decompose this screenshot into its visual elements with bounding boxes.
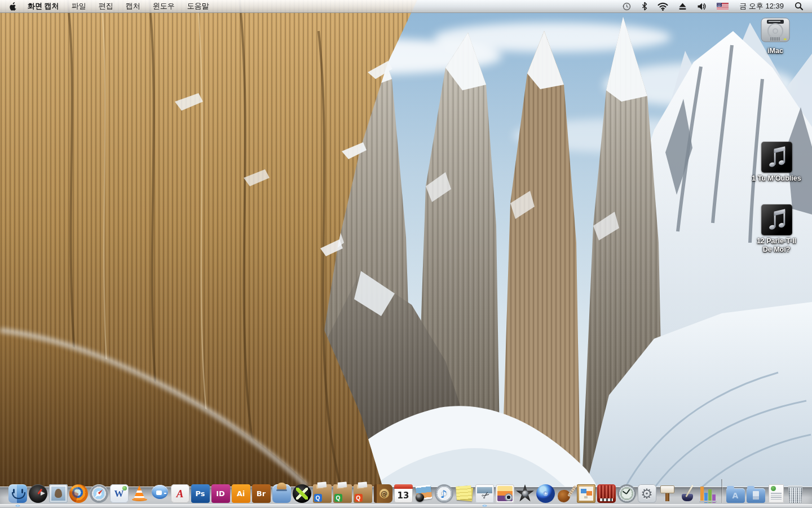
imac-label: iMac [767, 47, 783, 55]
running-indicator [482, 505, 487, 507]
dock-quarkxpress-icon[interactable] [293, 484, 311, 503]
audio-file-label: 1 Tu M'Oublies [752, 174, 801, 183]
dock-separator [721, 479, 722, 503]
wifi-icon[interactable] [654, 0, 672, 12]
dock-trash-icon[interactable] [787, 485, 804, 503]
note-glyph: ♪ [435, 484, 453, 503]
dock-acrobat-icon[interactable]: A [171, 484, 189, 503]
dock-mail-icon[interactable] [49, 484, 68, 503]
dock-bridge-icon[interactable]: Br [252, 484, 271, 503]
q-badge: Q [314, 494, 322, 502]
volume-icon[interactable] [693, 0, 710, 12]
dock: W A Ps ID Ai Br Q Q Q @ 13 ♪ ✂ [0, 480, 812, 508]
acrobat-glyph: A [171, 484, 189, 503]
dock-vlc-icon[interactable] [130, 484, 149, 503]
input-source-flag-us[interactable] [713, 0, 732, 12]
spotlight-icon[interactable] [791, 0, 807, 12]
menu-edit[interactable]: 편집 [92, 0, 120, 12]
dock-safari-icon[interactable] [90, 484, 108, 503]
menu-file[interactable]: 파일 [65, 0, 92, 12]
running-indicator [15, 505, 20, 507]
dock-grab-icon[interactable]: ✂ [475, 484, 494, 503]
dock-quark-box-red-icon[interactable]: Q [354, 484, 372, 503]
apple-menu[interactable] [5, 0, 21, 12]
dock-ichat-icon[interactable] [151, 484, 169, 503]
w-glyph: W [110, 484, 129, 503]
illustrator-glyph: Ai [232, 484, 250, 503]
q-badge: Q [355, 494, 363, 502]
audio-file-icon [761, 204, 792, 235]
audio-file-icon [761, 142, 792, 173]
gear-glyph: ⚙ [638, 484, 656, 503]
scissors-glyph: ✂ [471, 481, 497, 507]
dock-idvd-icon[interactable] [536, 484, 555, 503]
audio-file-label: 12 Parle-T-Il De Moi? [757, 237, 796, 254]
dock-firefox-icon[interactable] [69, 484, 88, 503]
desktop-icon-audio-1[interactable]: 1 Tu M'Oublies [744, 142, 809, 183]
bridge-glyph: Br [252, 484, 271, 503]
dock-iphoto-icon[interactable] [496, 484, 514, 503]
photoshop-glyph: Ps [191, 484, 210, 503]
dock-ical-icon[interactable]: 13 [394, 484, 413, 503]
app-menu-grab[interactable]: 화면 캡처 [21, 0, 65, 12]
dock-applications-folder-icon[interactable]: A [726, 488, 745, 503]
dock-address-book-icon[interactable]: @ [374, 484, 392, 503]
dock-dashboard-icon[interactable] [29, 484, 47, 503]
dock-w-app-icon[interactable]: W [110, 484, 129, 503]
eject-icon[interactable] [674, 0, 691, 12]
menu-clock[interactable]: 금 오후 12:39 [735, 1, 788, 11]
dock-imovie-icon[interactable] [516, 484, 535, 503]
applications-glyph: A [726, 488, 745, 503]
dock-aperture-icon[interactable] [414, 484, 433, 503]
dock-photoshop-icon[interactable]: Ps [191, 484, 210, 503]
dock-numbers-icon[interactable] [699, 484, 717, 503]
dock-illustrator-icon[interactable]: Ai [232, 484, 250, 503]
menu-capture[interactable]: 캡처 [120, 0, 147, 12]
dock-garageband-icon[interactable] [557, 484, 575, 503]
q-badge: Q [334, 494, 342, 502]
time-machine-menu-icon[interactable] [618, 0, 636, 12]
dock-iweb-icon[interactable] [577, 484, 595, 503]
menu-bar: 화면 캡처 파일 편집 캡처 윈도우 도움말 [0, 0, 812, 13]
dock-toast-icon[interactable] [272, 484, 291, 503]
dock-quark-box-green-icon[interactable]: Q [333, 484, 352, 503]
dock-shelf-front [0, 504, 812, 508]
dock-stickies-icon[interactable] [455, 484, 474, 503]
dock-photo-booth-icon[interactable] [597, 484, 616, 503]
dock-quark-box-blue-icon[interactable]: Q [313, 484, 332, 503]
desktop-icon-imac[interactable]: iMac [743, 17, 808, 55]
dock-document-icon[interactable] [769, 484, 784, 503]
hard-drive-icon [759, 17, 792, 45]
music-note-icon [761, 204, 792, 235]
dock-items: W A Ps ID Ai Br Q Q Q @ 13 ♪ ✂ [0, 479, 812, 503]
at-glyph: @ [379, 489, 389, 498]
apple-logo-icon [9, 2, 17, 11]
menu-window[interactable]: 윈도우 [147, 0, 181, 12]
dock-itunes-icon[interactable]: ♪ [435, 484, 453, 503]
dock-indesign-icon[interactable]: ID [211, 484, 230, 503]
music-note-icon [761, 142, 792, 173]
menu-help[interactable]: 도움말 [181, 0, 215, 12]
desktop-wallpaper [0, 0, 812, 508]
dock-system-preferences-icon[interactable]: ⚙ [638, 484, 656, 503]
dock-finder-icon[interactable] [8, 484, 27, 503]
dock-documents-folder-icon[interactable] [747, 488, 765, 503]
dock-pages-icon[interactable] [678, 484, 697, 503]
dock-keynote-icon[interactable] [658, 484, 677, 503]
desktop: 화면 캡처 파일 편집 캡처 윈도우 도움말 [0, 0, 812, 508]
ical-date: 13 [394, 484, 413, 503]
desktop-icon-audio-2[interactable]: 12 Parle-T-Il De Moi? [744, 204, 809, 254]
bluetooth-icon[interactable] [638, 0, 651, 12]
dock-time-machine-icon[interactable] [617, 484, 636, 503]
indesign-glyph: ID [211, 484, 230, 503]
